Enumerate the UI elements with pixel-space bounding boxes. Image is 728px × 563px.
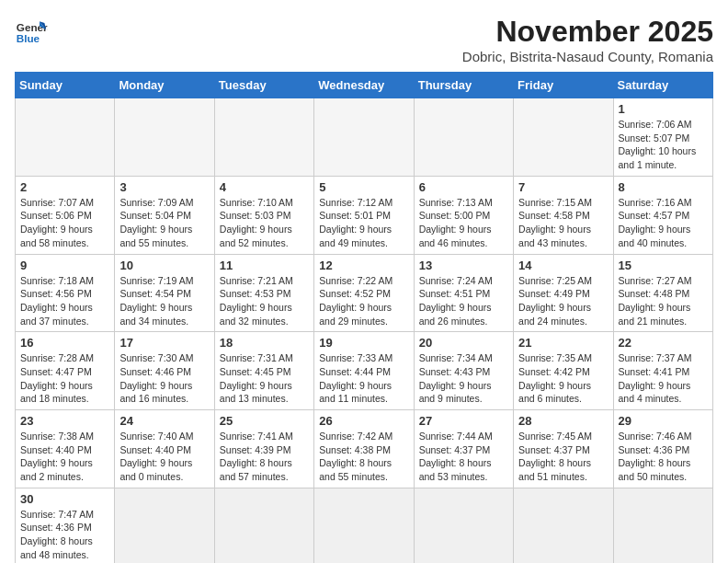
day-info: Sunrise: 7:40 AMSunset: 4:40 PMDaylight:… — [119, 430, 209, 484]
calendar-cell: 7Sunrise: 7:15 AMSunset: 4:58 PMDaylight… — [514, 176, 613, 254]
day-number: 1 — [619, 102, 708, 116]
day-info: Sunrise: 7:19 AMSunset: 4:54 PMDaylight:… — [119, 274, 209, 328]
day-number: 10 — [119, 259, 209, 272]
day-info: Sunrise: 7:34 AMSunset: 4:43 PMDaylight:… — [419, 351, 508, 406]
day-number: 23 — [20, 414, 109, 428]
calendar-cell: 29Sunrise: 7:46 AMSunset: 4:36 PMDayligh… — [613, 410, 712, 488]
day-number: 4 — [220, 180, 309, 194]
day-info: Sunrise: 7:07 AMSunset: 5:06 PMDaylight:… — [20, 196, 109, 250]
calendar-cell: 9Sunrise: 7:18 AMSunset: 4:56 PMDaylight… — [16, 254, 115, 332]
calendar-week-row: 16Sunrise: 7:28 AMSunset: 4:47 PMDayligh… — [16, 332, 713, 410]
calendar-cell: 11Sunrise: 7:21 AMSunset: 4:53 PMDayligh… — [214, 254, 313, 332]
calendar-cell: 15Sunrise: 7:27 AMSunset: 4:48 PMDayligh… — [613, 254, 712, 332]
day-number: 13 — [419, 259, 508, 272]
day-number: 5 — [319, 180, 408, 194]
calendar-week-row: 30Sunrise: 7:47 AMSunset: 4:36 PMDayligh… — [16, 488, 713, 563]
logo: General Blue — [15, 15, 48, 48]
day-info: Sunrise: 7:33 AMSunset: 4:44 PMDaylight:… — [319, 351, 408, 406]
day-info: Sunrise: 7:15 AMSunset: 4:58 PMDaylight:… — [518, 196, 608, 250]
calendar-cell: 17Sunrise: 7:30 AMSunset: 4:46 PMDayligh… — [115, 332, 214, 410]
calendar-cell: 12Sunrise: 7:22 AMSunset: 4:52 PMDayligh… — [314, 254, 414, 332]
weekday-header-monday: Monday — [115, 73, 214, 98]
calendar-cell: 5Sunrise: 7:12 AMSunset: 5:01 PMDaylight… — [314, 176, 414, 254]
calendar-cell — [414, 98, 513, 177]
day-number: 15 — [619, 259, 708, 272]
calendar-header-row: SundayMondayTuesdayWednesdayThursdayFrid… — [16, 73, 713, 98]
calendar-cell — [514, 488, 613, 563]
calendar-cell: 23Sunrise: 7:38 AMSunset: 4:40 PMDayligh… — [16, 410, 115, 488]
calendar-cell: 21Sunrise: 7:35 AMSunset: 4:42 PMDayligh… — [514, 332, 613, 410]
weekday-header-wednesday: Wednesday — [314, 73, 414, 98]
calendar-cell — [314, 98, 414, 177]
calendar-cell: 3Sunrise: 7:09 AMSunset: 5:04 PMDaylight… — [115, 176, 214, 254]
day-info: Sunrise: 7:46 AMSunset: 4:36 PMDaylight:… — [619, 430, 708, 484]
month-year-title: November 2025 — [462, 15, 713, 49]
day-info: Sunrise: 7:06 AMSunset: 5:07 PMDaylight:… — [619, 118, 708, 172]
calendar-table: SundayMondayTuesdayWednesdayThursdayFrid… — [15, 72, 713, 563]
calendar-cell — [115, 488, 214, 563]
calendar-cell: 8Sunrise: 7:16 AMSunset: 4:57 PMDaylight… — [613, 176, 712, 254]
calendar-cell: 18Sunrise: 7:31 AMSunset: 4:45 PMDayligh… — [214, 332, 313, 410]
calendar-cell: 26Sunrise: 7:42 AMSunset: 4:38 PMDayligh… — [314, 410, 414, 488]
day-info: Sunrise: 7:38 AMSunset: 4:40 PMDaylight:… — [20, 430, 109, 484]
day-number: 8 — [619, 180, 708, 194]
calendar-cell: 2Sunrise: 7:07 AMSunset: 5:06 PMDaylight… — [16, 176, 115, 254]
calendar-cell: 24Sunrise: 7:40 AMSunset: 4:40 PMDayligh… — [115, 410, 214, 488]
page-header: General Blue November 2025 Dobric, Bistr… — [15, 15, 713, 64]
calendar-cell — [314, 488, 414, 563]
day-number: 18 — [220, 336, 309, 350]
calendar-cell — [115, 98, 214, 177]
calendar-week-row: 9Sunrise: 7:18 AMSunset: 4:56 PMDaylight… — [16, 254, 713, 332]
day-number: 21 — [518, 336, 608, 350]
weekday-header-friday: Friday — [514, 73, 613, 98]
day-number: 22 — [619, 336, 708, 350]
day-number: 25 — [220, 414, 309, 428]
day-info: Sunrise: 7:45 AMSunset: 4:37 PMDaylight:… — [518, 430, 608, 484]
day-number: 29 — [619, 414, 708, 428]
calendar-cell — [613, 488, 712, 563]
day-number: 9 — [20, 259, 109, 272]
calendar-cell — [214, 98, 313, 177]
weekday-header-thursday: Thursday — [414, 73, 513, 98]
day-number: 11 — [220, 259, 309, 272]
calendar-cell: 13Sunrise: 7:24 AMSunset: 4:51 PMDayligh… — [414, 254, 513, 332]
calendar-cell: 16Sunrise: 7:28 AMSunset: 4:47 PMDayligh… — [16, 332, 115, 410]
weekday-header-sunday: Sunday — [16, 73, 115, 98]
calendar-cell: 27Sunrise: 7:44 AMSunset: 4:37 PMDayligh… — [414, 410, 513, 488]
calendar-cell: 22Sunrise: 7:37 AMSunset: 4:41 PMDayligh… — [613, 332, 712, 410]
day-number: 19 — [319, 336, 408, 350]
day-info: Sunrise: 7:16 AMSunset: 4:57 PMDaylight:… — [619, 196, 708, 250]
calendar-cell: 30Sunrise: 7:47 AMSunset: 4:36 PMDayligh… — [16, 488, 115, 563]
calendar-cell — [214, 488, 313, 563]
day-number: 28 — [518, 414, 608, 428]
calendar-cell: 6Sunrise: 7:13 AMSunset: 5:00 PMDaylight… — [414, 176, 513, 254]
day-info: Sunrise: 7:37 AMSunset: 4:41 PMDaylight:… — [619, 351, 708, 406]
day-info: Sunrise: 7:35 AMSunset: 4:42 PMDaylight:… — [518, 351, 608, 406]
calendar-week-row: 2Sunrise: 7:07 AMSunset: 5:06 PMDaylight… — [16, 176, 713, 254]
calendar-week-row: 1Sunrise: 7:06 AMSunset: 5:07 PMDaylight… — [16, 98, 713, 177]
svg-text:Blue: Blue — [17, 32, 40, 44]
calendar-cell: 4Sunrise: 7:10 AMSunset: 5:03 PMDaylight… — [214, 176, 313, 254]
calendar-cell — [414, 488, 513, 563]
weekday-header-saturday: Saturday — [613, 73, 712, 98]
day-info: Sunrise: 7:22 AMSunset: 4:52 PMDaylight:… — [319, 274, 408, 328]
day-number: 7 — [518, 180, 608, 194]
weekday-header-tuesday: Tuesday — [214, 73, 313, 98]
day-number: 17 — [119, 336, 209, 350]
calendar-cell — [514, 98, 613, 177]
day-info: Sunrise: 7:47 AMSunset: 4:36 PMDaylight:… — [20, 508, 109, 562]
day-info: Sunrise: 7:42 AMSunset: 4:38 PMDaylight:… — [319, 430, 408, 484]
day-info: Sunrise: 7:28 AMSunset: 4:47 PMDaylight:… — [20, 351, 109, 406]
location-subtitle: Dobric, Bistrita-Nasaud County, Romania — [462, 49, 713, 64]
day-info: Sunrise: 7:21 AMSunset: 4:53 PMDaylight:… — [220, 274, 309, 328]
day-info: Sunrise: 7:09 AMSunset: 5:04 PMDaylight:… — [119, 196, 209, 250]
day-number: 24 — [119, 414, 209, 428]
calendar-cell: 1Sunrise: 7:06 AMSunset: 5:07 PMDaylight… — [613, 98, 712, 177]
day-number: 12 — [319, 259, 408, 272]
day-number: 2 — [20, 180, 109, 194]
calendar-cell: 25Sunrise: 7:41 AMSunset: 4:39 PMDayligh… — [214, 410, 313, 488]
day-info: Sunrise: 7:18 AMSunset: 4:56 PMDaylight:… — [20, 274, 109, 328]
day-info: Sunrise: 7:13 AMSunset: 5:00 PMDaylight:… — [419, 196, 508, 250]
calendar-cell: 28Sunrise: 7:45 AMSunset: 4:37 PMDayligh… — [514, 410, 613, 488]
day-number: 20 — [419, 336, 508, 350]
